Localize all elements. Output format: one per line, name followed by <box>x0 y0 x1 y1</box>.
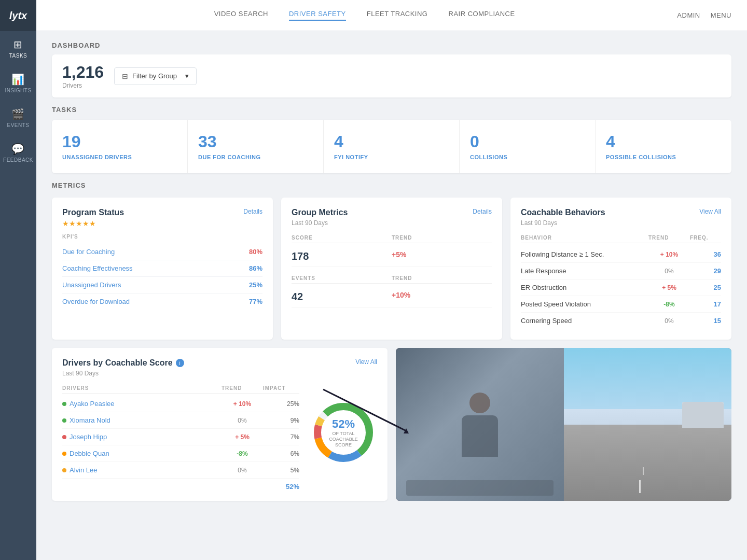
sidebar-item-tasks-label: TASKS <box>9 53 27 59</box>
group-metrics-subtitle: Last 90 Days <box>292 219 492 227</box>
kpi-row-effectiveness: Coaching Effectiveness 86% <box>62 260 262 277</box>
dcs-header: Drivers by Coachable Score i View All <box>62 358 377 368</box>
collisions-number: 0 <box>470 132 585 151</box>
nav-rair-compliance[interactable]: RAIR COMPLIANCE <box>449 10 515 21</box>
donut-pct: 52% <box>327 417 361 431</box>
dcs-trend-0: + 10% <box>222 400 263 408</box>
program-status-stars: ★★★★★ <box>62 219 262 228</box>
task-card-unassigned[interactable]: 19 UNASSIGNED DRIVERS <box>52 120 188 173</box>
gm-score-value: 178 <box>292 250 392 262</box>
logo-text: lytx <box>9 10 27 22</box>
dcs-driver-4[interactable]: Alvin Lee <box>62 466 222 474</box>
dcs-viewall-link[interactable]: View All <box>355 358 377 366</box>
dashboard-title: DASHBOARD <box>52 41 731 49</box>
tasks-grid: 19 UNASSIGNED DRIVERS 33 DUE FOR COACHIN… <box>52 120 731 173</box>
sidebar-item-events-label: EVENTS <box>7 122 29 128</box>
dcs-impact-1: 9% <box>263 417 299 424</box>
fyi-number: 4 <box>334 132 449 151</box>
video-area[interactable] <box>396 348 731 501</box>
dcs-driver-0[interactable]: Ayako Peaslee <box>62 400 222 408</box>
possible-collisions-number: 4 <box>606 132 721 151</box>
cb-trend-1: 0% <box>648 268 690 275</box>
group-metrics-details-link[interactable]: Details <box>473 208 492 215</box>
kpis-label: KPI'S <box>62 234 262 240</box>
dcs-row-1: Xiomara Nold 0% 9% <box>62 412 299 429</box>
sidebar: lytx ⊞ TASKS 📊 INSIGHTS 🎬 EVENTS 💬 FEEDB… <box>0 0 36 560</box>
top-navigation: VIDEO SEARCH DRIVER SAFETY FLEET TRACKIN… <box>36 0 747 31</box>
dcs-content: DRIVERS TREND IMPACT Ayako Peaslee + 10% <box>62 383 377 491</box>
sidebar-item-feedback[interactable]: 💬 FEEDBACK <box>0 135 36 170</box>
admin-link[interactable]: ADMIN <box>677 11 700 19</box>
dcs-driver-1[interactable]: Xiomara Nold <box>62 416 222 424</box>
sidebar-item-insights[interactable]: 📊 INSIGHTS <box>0 66 36 101</box>
cb-freq-2: 25 <box>690 284 721 291</box>
nav-driver-safety[interactable]: DRIVER SAFETY <box>289 10 346 21</box>
sidebar-item-tasks[interactable]: ⊞ TASKS <box>0 31 36 66</box>
sidebar-item-events[interactable]: 🎬 EVENTS <box>0 101 36 135</box>
cb-trend-3: -8% <box>648 301 690 308</box>
cb-name-4: Cornering Speed <box>521 317 648 325</box>
dcs-trend-header: TREND <box>222 385 263 391</box>
sidebar-item-feedback-label: FEEDBACK <box>3 157 33 163</box>
kpi-overdue-value: 77% <box>249 298 262 305</box>
video-forward-cam <box>564 348 732 501</box>
task-card-coaching[interactable]: 33 DUE FOR COACHING <box>188 120 324 173</box>
dcs-trend-2: + 5% <box>222 433 263 441</box>
group-metrics-card: Group Metrics Details Last 90 Days SCORE… <box>281 198 502 340</box>
truck-cab <box>682 402 724 428</box>
cb-name-3: Posted Speed Violation <box>521 300 648 308</box>
dcs-driver-2[interactable]: Joseph Hipp <box>62 433 222 441</box>
video-inner <box>396 348 731 501</box>
cb-row-0: Following Distance ≥ 1 Sec. + 10% 36 <box>521 246 721 263</box>
kpi-effectiveness-value: 86% <box>249 264 262 272</box>
gm-score-row: 178 +5% <box>292 246 492 267</box>
kpi-coaching-name[interactable]: Due for Coaching <box>62 248 115 256</box>
info-icon[interactable]: i <box>176 359 184 367</box>
dcs-row-3: Debbie Quan -8% 6% <box>62 445 299 462</box>
content-area: DASHBOARD 1,216 Drivers ⊟ Filter by Grou… <box>36 31 747 560</box>
kpi-unassigned-value: 25% <box>249 281 262 289</box>
driver-count-number: 1,216 <box>62 63 104 82</box>
task-card-collisions[interactable]: 0 COLLISIONS <box>460 120 596 173</box>
group-metrics-title: Group Metrics <box>292 208 348 217</box>
cb-freq-3: 17 <box>690 300 721 308</box>
gm-trend-header: TREND <box>392 235 492 241</box>
dcs-drivers-header: DRIVERS <box>62 385 222 391</box>
dot-2 <box>62 435 66 439</box>
dcs-trend-4: 0% <box>222 467 263 474</box>
tasks-section-title: TASKS <box>52 106 731 114</box>
cb-viewall-link[interactable]: View All <box>699 208 721 215</box>
donut-chart-area: 52% OF TOTAL COACHABLE SCORE <box>310 383 377 466</box>
cb-freq-header: FREQ. <box>690 235 721 241</box>
kpi-unassigned-name[interactable]: Unassigned Drivers <box>62 281 121 289</box>
nav-video-search[interactable]: VIDEO SEARCH <box>214 10 268 21</box>
dcs-impact-4: 5% <box>263 467 299 474</box>
steering-wheel <box>406 480 554 496</box>
task-card-possible-collisions[interactable]: 4 POSSIBLE COLLISIONS <box>596 120 731 173</box>
program-status-header: Program Status Details <box>62 208 262 217</box>
unassigned-label: UNASSIGNED DRIVERS <box>62 153 177 161</box>
dot-4 <box>62 468 66 472</box>
program-status-details-link[interactable]: Details <box>243 208 262 215</box>
cb-table-header: BEHAVIOR TREND FREQ. <box>521 233 721 243</box>
sky <box>564 348 732 409</box>
kpi-effectiveness-name[interactable]: Coaching Effectiveness <box>62 264 133 272</box>
filter-by-group-dropdown[interactable]: ⊟ Filter by Group ▾ <box>114 67 197 85</box>
gm-events-value: 42 <box>292 291 392 303</box>
dcs-table-section: DRIVERS TREND IMPACT Ayako Peaslee + 10% <box>62 383 299 491</box>
dcs-row-0: Ayako Peaslee + 10% 25% <box>62 396 299 412</box>
bottom-row: Drivers by Coachable Score i View All La… <box>52 348 731 501</box>
menu-link[interactable]: MENU <box>711 11 731 19</box>
dot-3 <box>62 452 66 456</box>
kpi-coaching-value: 80% <box>249 248 262 256</box>
group-metrics-header-row: SCORE TREND <box>292 233 492 243</box>
collisions-label: COLLISIONS <box>470 153 585 161</box>
kpi-overdue-name[interactable]: Overdue for Download <box>62 298 130 305</box>
logo[interactable]: lytx <box>0 0 36 31</box>
kpi-row-unassigned: Unassigned Drivers 25% <box>62 277 262 293</box>
dcs-driver-3[interactable]: Debbie Quan <box>62 450 222 457</box>
gm-events-row: 42 +10% <box>292 287 492 307</box>
nav-fleet-tracking[interactable]: FLEET TRACKING <box>367 10 428 21</box>
task-card-fyi[interactable]: 4 FYI NOTIFY <box>324 120 460 173</box>
cb-subtitle: Last 90 Days <box>521 219 721 227</box>
